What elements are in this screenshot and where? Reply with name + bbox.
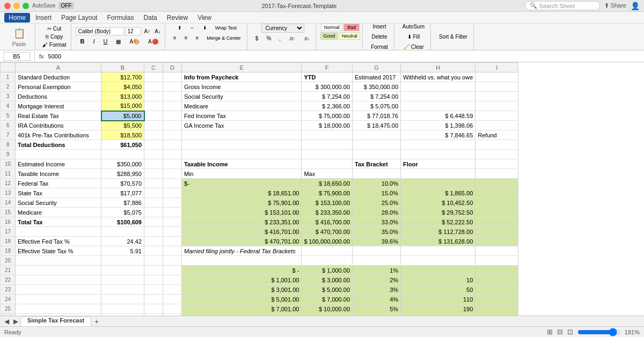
cell-a16[interactable]: Total Tax (16, 217, 101, 227)
cell-f26[interactable]: $ 405,100.00 (302, 314, 353, 316)
cell-g21[interactable]: 1% (353, 266, 401, 275)
maximize-button[interactable] (23, 3, 29, 9)
number-format-select[interactable]: Currency (261, 24, 304, 33)
cell-i17[interactable] (475, 227, 518, 237)
menu-formulas[interactable]: Formulas (103, 13, 138, 23)
cell-c6[interactable] (144, 121, 163, 130)
cell-e22[interactable]: $ 1,001.00 (182, 275, 302, 285)
col-header-e[interactable]: E (182, 63, 302, 72)
cell-c7[interactable] (144, 130, 163, 140)
col-header-a[interactable]: A (16, 63, 101, 72)
cell-c17[interactable] (144, 227, 163, 237)
cell-d11[interactable] (163, 169, 182, 179)
cell-f11[interactable]: Max (302, 169, 353, 179)
cell-i5[interactable] (475, 111, 518, 121)
cell-d1[interactable] (163, 72, 182, 82)
cell-h13[interactable]: $ 1,865.00 (401, 188, 475, 198)
cell-a15[interactable]: Medicare (16, 208, 101, 217)
cell-e8[interactable] (182, 140, 302, 150)
cell-c10[interactable] (144, 159, 163, 169)
cell-g20[interactable] (353, 256, 401, 266)
cell-i1[interactable] (475, 72, 518, 82)
delete-cells-button[interactable]: Delete (368, 32, 391, 41)
cell-g6[interactable]: $ 18,475.00 (353, 121, 401, 130)
cell-f5[interactable]: $ 75,000.00 (302, 111, 353, 121)
cell-a2[interactable]: Personal Exemption (16, 82, 101, 92)
cell-b13[interactable]: $17,077 (101, 188, 144, 198)
zoom-slider[interactable] (577, 328, 620, 336)
comma-button[interactable]: , (275, 34, 284, 43)
cell-h26[interactable]: 340 (401, 314, 475, 316)
cell-h11[interactable] (401, 169, 475, 179)
cell-c14[interactable] (144, 198, 163, 208)
cell-e17[interactable]: $ 416,701.00 (182, 227, 302, 237)
cell-f2[interactable]: $ 300,000.00 (302, 82, 353, 92)
cell-d12[interactable] (163, 179, 182, 188)
cell-b3[interactable]: $13,000 (101, 92, 144, 101)
cell-b9[interactable] (101, 150, 144, 159)
cell-h18[interactable]: $ 131,628.00 (401, 237, 475, 246)
cell-e25[interactable]: $ 7,001.00 (182, 304, 302, 314)
cell-h21[interactable] (401, 266, 475, 275)
cell-g16[interactable]: 33.0% (353, 217, 401, 227)
menu-view[interactable]: View (193, 13, 216, 23)
cell-d26[interactable] (163, 314, 182, 316)
cell-g15[interactable]: 28.0% (353, 208, 401, 217)
good-style[interactable]: Good (320, 32, 338, 40)
cell-i6[interactable] (475, 121, 518, 130)
col-header-f[interactable]: F (302, 63, 353, 72)
cell-i14[interactable] (475, 198, 518, 208)
decimal-dec-button[interactable]: .0↓ (299, 34, 313, 43)
align-top-button[interactable]: ⬆ (174, 24, 186, 32)
autosum-button[interactable]: AutoSum (399, 24, 428, 31)
cell-d17[interactable] (163, 227, 182, 237)
cell-b19[interactable]: 5.91 (101, 246, 144, 256)
col-header-b[interactable]: B (101, 63, 144, 72)
cell-e18[interactable]: $ 470,701.00 (182, 237, 302, 246)
share-button[interactable]: ⬆ Share (604, 2, 626, 9)
cut-button[interactable]: ✂ Cut (45, 25, 64, 33)
percent-button[interactable]: % (262, 34, 275, 43)
cell-c24[interactable] (144, 295, 163, 304)
sheet-tab-simple-tax-forecast[interactable]: Simple Tax Forecast (20, 317, 91, 326)
cell-a14[interactable]: Social Security (16, 198, 101, 208)
cell-e19[interactable]: Married filing jointly - Federal Tax Bra… (182, 246, 302, 256)
cell-c19[interactable] (144, 246, 163, 256)
cell-d20[interactable] (163, 256, 182, 266)
cell-i13[interactable] (475, 188, 518, 198)
cell-a22[interactable] (16, 275, 101, 285)
cell-c22[interactable] (144, 275, 163, 285)
cell-h7[interactable]: $ 7,846.65 (401, 130, 475, 140)
formula-input[interactable] (48, 53, 641, 60)
view-normal-icon[interactable]: ⊞ (547, 328, 553, 336)
cell-f6[interactable]: $ 18,000.00 (302, 121, 353, 130)
cell-d22[interactable] (163, 275, 182, 285)
cell-b12[interactable]: $70,570 (101, 179, 144, 188)
col-header-c[interactable]: C (144, 63, 163, 72)
cell-e26[interactable]: $ 10,001.00 (182, 314, 302, 316)
cell-i26[interactable] (475, 314, 518, 316)
cell-a10[interactable]: Estimated Income (16, 159, 101, 169)
cell-f3[interactable]: $ 7,254.00 (302, 92, 353, 101)
cell-d16[interactable] (163, 217, 182, 227)
cell-g26[interactable]: 6% (353, 314, 401, 316)
cell-e23[interactable]: $ 3,001.00 (182, 285, 302, 295)
fill-button[interactable]: ⬇ Fill (404, 32, 424, 41)
cell-e5[interactable]: Fed Income Tax (182, 111, 302, 121)
paste-button[interactable]: 📋 (10, 26, 28, 40)
cell-a25[interactable] (16, 304, 101, 314)
cell-e2[interactable]: Gross Income (182, 82, 302, 92)
cell-g5[interactable]: $ 77,018.76 (353, 111, 401, 121)
cell-b2[interactable]: $4,050 (101, 82, 144, 92)
cell-e6[interactable]: GA Income Tax (182, 121, 302, 130)
add-sheet-button[interactable]: + (91, 317, 102, 326)
font-color-button[interactable]: A🔴 (144, 37, 162, 46)
cell-e14[interactable]: $ 75,901.00 (182, 198, 302, 208)
cell-g23[interactable]: 3% (353, 285, 401, 295)
font-name-input[interactable] (76, 27, 124, 35)
cell-b22[interactable] (101, 275, 144, 285)
cell-b21[interactable] (101, 266, 144, 275)
cell-f17[interactable]: $ 470,700.00 (302, 227, 353, 237)
cell-c18[interactable] (144, 237, 163, 246)
font-size-input[interactable] (125, 27, 141, 35)
